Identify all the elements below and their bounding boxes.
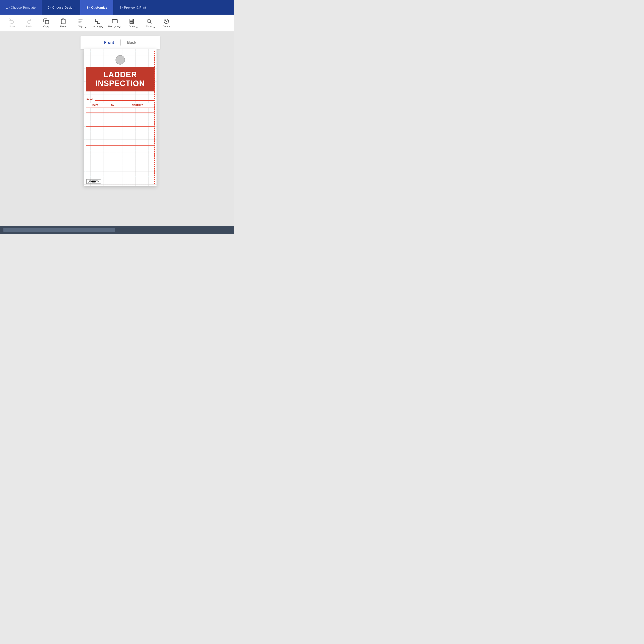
- status-bar: [0, 226, 234, 234]
- redo-button[interactable]: Redo: [21, 16, 36, 30]
- id-row: ID NO.: [86, 96, 155, 102]
- avery-logo: AVERY®: [87, 179, 101, 184]
- hole-punch: [115, 55, 125, 65]
- table-cell: [120, 112, 155, 117]
- col-header-remarks: REMARKS: [120, 103, 155, 108]
- canvas-area: Front Back LADDER INSPECTION ID NO.: [0, 31, 234, 226]
- col-header-date: DATE: [86, 103, 105, 108]
- svg-line-18: [150, 22, 151, 23]
- id-line: [95, 98, 154, 101]
- table-cell: [105, 146, 120, 150]
- table-row: [86, 122, 155, 127]
- table-cell: [105, 141, 120, 146]
- zoom-dropdown-arrow: [153, 27, 155, 28]
- table-cell: [86, 112, 105, 117]
- table-cell: [120, 136, 155, 141]
- table-cell: [86, 150, 105, 155]
- front-back-panel: Front Back: [81, 36, 160, 49]
- arrange-dropdown-arrow: [102, 27, 103, 28]
- delete-label: Delete: [163, 25, 170, 28]
- tab-front[interactable]: Front: [98, 39, 120, 47]
- table-cell: [86, 122, 105, 127]
- tab-choose-template[interactable]: 1 - Choose Template: [0, 0, 42, 15]
- table-row: [86, 112, 155, 117]
- col-header-by: BY: [105, 103, 120, 108]
- table-cell: [120, 146, 155, 150]
- table-row: [86, 127, 155, 131]
- zoom-button[interactable]: Zoom: [142, 16, 157, 30]
- tag-card[interactable]: LADDER INSPECTION ID NO. DATE BY REMARK: [84, 49, 157, 186]
- table-row: [86, 150, 155, 155]
- table-cell: [120, 127, 155, 131]
- tab-customize[interactable]: 3 - Customize: [80, 0, 113, 15]
- background-button[interactable]: Background: [107, 16, 122, 30]
- arrange-label: Arrange: [93, 25, 102, 28]
- redo-label: Redo: [26, 25, 32, 28]
- copy-button[interactable]: Copy: [39, 16, 54, 30]
- arrange-button[interactable]: Arrange: [90, 16, 105, 30]
- table-cell: [120, 150, 155, 155]
- brand-name: AVERY: [88, 180, 98, 183]
- tab-choose-design[interactable]: 2 - Choose Design: [42, 0, 80, 15]
- table-cell: [105, 150, 120, 155]
- align-button[interactable]: Align: [73, 16, 88, 30]
- table-row: [86, 108, 155, 112]
- tab-preview-print[interactable]: 4 - Preview & Print: [113, 0, 152, 15]
- nav-tabs: 1 - Choose Template 2 - Choose Design 3 …: [0, 0, 234, 15]
- table-row: [86, 146, 155, 150]
- undo-button[interactable]: Undo: [4, 16, 19, 30]
- tag-title-line2: INSPECTION: [88, 79, 152, 88]
- status-bar-inner: [3, 228, 115, 232]
- table-cell: [105, 117, 120, 122]
- table-cell: [105, 108, 120, 112]
- table-cell: [120, 141, 155, 146]
- tab-back[interactable]: Back: [121, 39, 143, 47]
- tag-title-line1: LADDER: [88, 70, 152, 79]
- paste-label: Paste: [60, 25, 66, 28]
- table-cell: [120, 122, 155, 127]
- table-cell: [105, 112, 120, 117]
- table-row: [86, 141, 155, 146]
- table-cell: [86, 146, 105, 150]
- table-cell: [105, 136, 120, 141]
- table-cell: [86, 136, 105, 141]
- table-row: [86, 131, 155, 136]
- table-cell: [120, 131, 155, 136]
- tag-footer: AVERY®: [86, 177, 155, 186]
- inspection-table: DATE BY REMARKS: [86, 103, 155, 155]
- undo-label: Undo: [9, 25, 15, 28]
- svg-rect-0: [46, 20, 49, 24]
- delete-button[interactable]: Delete: [159, 16, 174, 30]
- align-label: Align: [78, 25, 83, 28]
- table-cell: [105, 122, 120, 127]
- tag-header: LADDER INSPECTION: [86, 67, 155, 91]
- table-cell: [86, 131, 105, 136]
- view-label: View: [129, 25, 135, 28]
- view-dropdown-arrow: [136, 27, 138, 28]
- table-cell: [105, 127, 120, 131]
- table-cell: [105, 131, 120, 136]
- toolbar: Undo Redo Copy Paste Align: [0, 15, 234, 31]
- table-cell: [86, 141, 105, 146]
- table-cell: [86, 127, 105, 131]
- background-dropdown-arrow: [119, 27, 121, 28]
- view-button[interactable]: View: [125, 16, 140, 30]
- table-cell: [86, 117, 105, 122]
- table-cell: [120, 108, 155, 112]
- table-row: [86, 117, 155, 122]
- table-row: [86, 136, 155, 141]
- table-cell: [120, 117, 155, 122]
- tag-body: ID NO. DATE BY REMARKS: [86, 96, 155, 176]
- copy-label: Copy: [43, 25, 49, 28]
- svg-rect-7: [112, 19, 117, 23]
- brand-reg: ®: [98, 181, 99, 182]
- svg-rect-1: [62, 19, 64, 20]
- align-dropdown-arrow: [85, 27, 86, 28]
- table-cell: [86, 108, 105, 112]
- paste-button[interactable]: Paste: [56, 16, 71, 30]
- zoom-label: Zoom: [146, 25, 152, 28]
- id-label: ID NO.: [87, 98, 94, 101]
